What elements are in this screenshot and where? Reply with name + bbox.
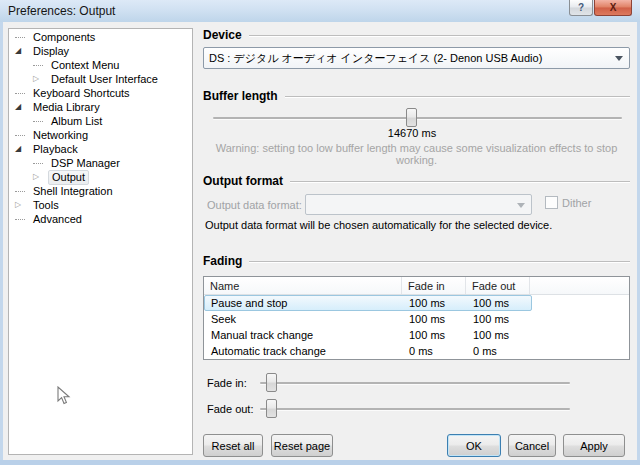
buffer-length-header-label: Buffer length bbox=[203, 89, 278, 103]
fade-out-label: Fade out: bbox=[207, 403, 253, 415]
fading-table: Name Fade in Fade out Pause and stop 100… bbox=[203, 276, 630, 360]
tree-item-label: Networking bbox=[30, 129, 91, 142]
slider-track[interactable] bbox=[260, 408, 570, 410]
output-data-format-combobox bbox=[305, 194, 532, 215]
tree-item-label: Context Menu bbox=[48, 59, 122, 72]
tree-connector bbox=[15, 30, 30, 44]
chevron-down-icon bbox=[517, 203, 525, 208]
device-header-label: Device bbox=[203, 28, 242, 42]
fading-header-label: Fading bbox=[203, 254, 242, 268]
tree-item-album-list[interactable]: Album List bbox=[9, 114, 192, 128]
output-format-header-label: Output format bbox=[203, 174, 283, 188]
tree-item-label: Default User Interface bbox=[48, 73, 161, 86]
collapse-triangle-icon[interactable]: ◢ bbox=[15, 142, 30, 156]
slider-thumb[interactable] bbox=[266, 399, 277, 418]
slider-thumb[interactable] bbox=[266, 373, 277, 392]
reset-all-button[interactable]: Reset all bbox=[203, 434, 263, 457]
slider-track[interactable] bbox=[260, 382, 570, 384]
tree-connector bbox=[15, 128, 30, 142]
section-divider bbox=[290, 181, 630, 182]
help-button[interactable]: ? bbox=[569, 0, 593, 16]
cancel-button[interactable]: Cancel bbox=[508, 434, 556, 457]
section-divider bbox=[285, 96, 630, 97]
cell-fade-in: 100 ms bbox=[403, 328, 467, 342]
device-combobox[interactable]: DS : デジタル オーディオ インターフェイス (2- Denon USB A… bbox=[203, 47, 630, 69]
mouse-cursor bbox=[57, 386, 71, 406]
tree-item-label: DSP Manager bbox=[48, 157, 123, 170]
tree-item-playback[interactable]: ◢ Playback bbox=[9, 142, 192, 156]
tree-item-components[interactable]: Components bbox=[9, 30, 192, 44]
output-format-note: Output data format will be chosen automa… bbox=[205, 219, 552, 231]
tree-item-label: Components bbox=[30, 31, 98, 44]
fading-table-header: Name Fade in Fade out bbox=[204, 277, 629, 295]
tree-item-label: Advanced bbox=[30, 213, 85, 226]
tree-item-shell-integration[interactable]: Shell Integration bbox=[9, 184, 192, 198]
expand-triangle-icon[interactable]: ▷ bbox=[33, 170, 48, 184]
window-frame-left bbox=[0, 22, 3, 465]
tree-item-default-user-interface[interactable]: ▷ Default User Interface bbox=[9, 72, 192, 86]
output-data-format-label: Output data format: bbox=[207, 199, 302, 211]
slider-thumb[interactable] bbox=[406, 108, 417, 127]
cell-name: Automatic track change bbox=[205, 344, 403, 358]
tree-connector bbox=[15, 212, 30, 226]
tree-item-keyboard-shortcuts[interactable]: Keyboard Shortcuts bbox=[9, 86, 192, 100]
buffer-length-slider[interactable] bbox=[213, 107, 622, 129]
cell-fade-in: 100 ms bbox=[403, 296, 467, 310]
output-format-section-header: Output format bbox=[203, 174, 630, 188]
cell-fade-out: 0 ms bbox=[467, 344, 531, 358]
tree-item-advanced[interactable]: Advanced bbox=[9, 212, 192, 226]
tree-item-label: Playback bbox=[30, 143, 81, 156]
tree-item-label: Album List bbox=[48, 115, 105, 128]
cell-fade-out: 100 ms bbox=[467, 328, 531, 342]
tree-item-tools[interactable]: ▷ Tools bbox=[9, 198, 192, 212]
expand-triangle-icon[interactable]: ▷ bbox=[15, 198, 30, 212]
dither-checkbox: Dither bbox=[545, 196, 591, 209]
column-header-name[interactable]: Name bbox=[204, 277, 402, 294]
buffer-length-section-header: Buffer length bbox=[203, 89, 630, 103]
fade-out-slider[interactable] bbox=[260, 398, 570, 420]
fading-row-pause-and-stop[interactable]: Pause and stop 100 ms 100 ms bbox=[204, 295, 629, 311]
column-header-fade-in[interactable]: Fade in bbox=[402, 277, 466, 294]
ok-button[interactable]: OK bbox=[447, 434, 501, 457]
section-divider bbox=[249, 261, 630, 262]
window-frame-bottom bbox=[0, 460, 640, 465]
section-divider bbox=[249, 35, 630, 36]
fading-row-manual-track-change[interactable]: Manual track change 100 ms 100 ms bbox=[204, 327, 629, 343]
tree-item-networking[interactable]: Networking bbox=[9, 128, 192, 142]
tree-item-label: Media Library bbox=[30, 101, 103, 114]
collapse-triangle-icon[interactable]: ◢ bbox=[15, 44, 30, 58]
tree-item-label-selected: Output bbox=[48, 170, 89, 185]
tree-item-media-library[interactable]: ◢ Media Library bbox=[9, 100, 192, 114]
tree-connector bbox=[15, 184, 30, 198]
tree-connector bbox=[33, 156, 48, 170]
device-selected-value: DS : デジタル オーディオ インターフェイス (2- Denon USB A… bbox=[209, 51, 542, 66]
window-title: Preferences: Output bbox=[8, 4, 115, 18]
tree-connector bbox=[33, 114, 48, 128]
dither-label: Dither bbox=[562, 197, 591, 209]
tree-item-label: Tools bbox=[30, 199, 62, 212]
tree-item-output[interactable]: ▷ Output bbox=[9, 170, 192, 184]
tree-item-dsp-manager[interactable]: DSP Manager bbox=[9, 156, 192, 170]
expand-triangle-icon[interactable]: ▷ bbox=[33, 72, 48, 86]
tree-item-display[interactable]: ◢ Display bbox=[9, 44, 192, 58]
tree-connector bbox=[15, 86, 30, 100]
slider-track[interactable] bbox=[213, 117, 622, 119]
fade-in-slider[interactable] bbox=[260, 372, 570, 394]
apply-button[interactable]: Apply bbox=[563, 434, 625, 457]
tree-item-context-menu[interactable]: Context Menu bbox=[9, 58, 192, 72]
tree-item-label: Display bbox=[30, 45, 72, 58]
chevron-down-icon bbox=[615, 56, 623, 61]
preferences-window: Preferences: Output ? X Components ◢ Dis… bbox=[0, 0, 640, 465]
close-button[interactable]: X bbox=[594, 0, 632, 16]
cell-fade-out: 100 ms bbox=[467, 296, 531, 310]
fading-row-seek[interactable]: Seek 100 ms 100 ms bbox=[204, 311, 629, 327]
fade-in-label: Fade in: bbox=[207, 377, 247, 389]
fading-section-header: Fading bbox=[203, 254, 630, 268]
cell-fade-in: 0 ms bbox=[403, 344, 467, 358]
collapse-triangle-icon[interactable]: ◢ bbox=[15, 100, 30, 114]
column-header-fade-out[interactable]: Fade out bbox=[466, 277, 530, 294]
cell-fade-in: 100 ms bbox=[403, 312, 467, 326]
reset-page-button[interactable]: Reset page bbox=[271, 434, 333, 457]
buffer-length-value: 14670 ms bbox=[388, 127, 436, 139]
fading-row-automatic-track-change[interactable]: Automatic track change 0 ms 0 ms bbox=[204, 343, 629, 359]
